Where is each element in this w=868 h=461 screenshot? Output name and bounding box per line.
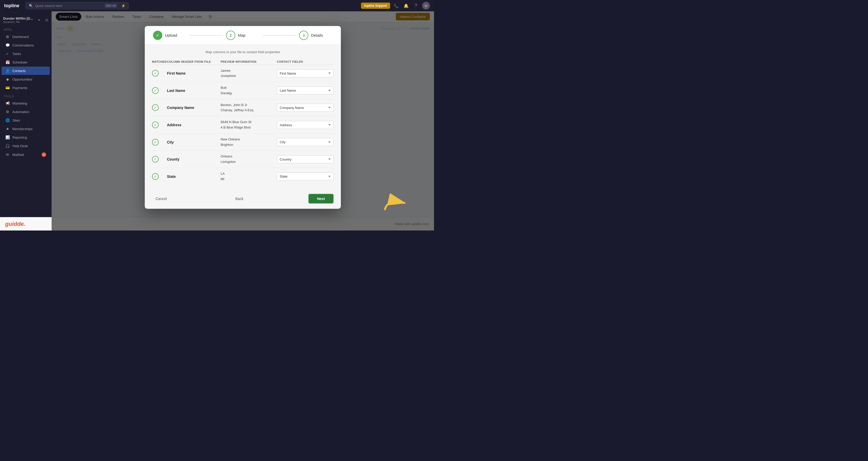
sidebar-item-conversations[interactable]: 💬 Conversations — [2, 41, 50, 49]
step-2-label: Map — [238, 33, 245, 37]
col-header-fields: CONTACT FIELDS — [277, 60, 334, 63]
search-bar[interactable]: 🔍 Quick search here Ctrl + K ⚡ — [26, 2, 129, 9]
automation-icon: ⚙ — [5, 110, 10, 114]
sidebar-item-label: Marketing — [12, 101, 27, 105]
map-row-city: ✓ City New Orleans Brighton City — [152, 134, 334, 151]
lightning-icon: ⚡ — [121, 4, 125, 8]
col-preview-5: New Orleans Brighton — [221, 137, 275, 148]
sidebar-item-memberships[interactable]: ★ Memberships — [2, 125, 50, 133]
col-name-1: First Name — [167, 71, 219, 75]
step-2-circle: 2 — [226, 30, 235, 40]
field-select-6[interactable]: Country — [277, 155, 334, 163]
map-row-firstname: ✓ First Name James Josephine First Name — [152, 65, 334, 82]
sidebar: Dunder Mifflin [D... Scranton, PA ▾ ⊟ Ap… — [0, 11, 52, 230]
sidebar-item-label: Scheduler — [12, 60, 28, 64]
field-select-1[interactable]: First Name — [277, 69, 334, 78]
import-map-modal: ✓ Upload 2 Map 3 Details Map columns in … — [145, 26, 341, 209]
sidebar-item-dashboard[interactable]: ⊞ Dashboard — [2, 33, 50, 41]
avatar[interactable]: U — [422, 2, 430, 9]
cancel-button[interactable]: Cancel — [152, 194, 170, 203]
step-3-label: Details — [311, 33, 323, 37]
main-layout: Dunder Mifflin [D... Scranton, PA ▾ ⊟ Ap… — [0, 11, 434, 230]
conversations-icon: 💬 — [5, 43, 10, 47]
map-table-header: MATCHED COLUMN HEADER FROM FILE PREVIEW … — [152, 58, 334, 65]
contacts-icon: 👤 — [5, 69, 10, 73]
map-row-lastname: ✓ Last Name Butt Darakjy Last Name — [152, 82, 334, 99]
col-preview-3: Benton, John B Jr Chanay, Jeffrey A Esq — [221, 102, 275, 113]
mailfold-icon: ✉ — [5, 153, 10, 157]
sidebar-item-label: Dashboard — [12, 35, 29, 39]
sidebar-item-label: Automation — [12, 110, 29, 114]
topnav: topline 🔍 Quick search here Ctrl + K ⚡ t… — [0, 0, 434, 11]
topnav-actions: topline Support 📞 🔔 ? U — [361, 2, 430, 9]
dashboard-icon: ⊞ — [5, 35, 10, 39]
sidebar-item-label: Reporting — [12, 135, 27, 140]
col-preview-7: LA MI — [221, 171, 275, 182]
map-row-state: ✓ State LA MI State — [152, 168, 334, 185]
matched-check-5: ✓ — [152, 139, 159, 145]
bell-icon[interactable]: 🔔 — [403, 2, 410, 9]
col-header-preview: PREVIEW INFORMATION — [221, 60, 275, 63]
help-icon[interactable]: ? — [412, 2, 420, 9]
modal-footer: Cancel Back Next — [145, 190, 341, 209]
matched-check-1: ✓ — [152, 70, 159, 76]
field-select-4[interactable]: Address — [277, 121, 334, 129]
col-preview-1: James Josephine — [221, 68, 275, 79]
col-header-matched: MATCHED — [152, 60, 165, 63]
marketing-icon: 📢 — [5, 101, 10, 105]
next-button[interactable]: Next — [308, 193, 334, 204]
workspace-selector[interactable]: Dunder Mifflin [D... Scranton, PA ▾ ⊟ — [0, 14, 51, 26]
sidebar-item-tasks[interactable]: ✓ Tasks — [2, 50, 50, 58]
sidebar-item-label: Mailfold — [12, 153, 24, 157]
sidebar-item-label: Opportunities — [12, 78, 32, 81]
field-select-7[interactable]: State — [277, 173, 334, 180]
tools-section-label: Tools — [0, 92, 51, 99]
sidebar-item-opportunities[interactable]: ◆ Opportunities — [2, 75, 50, 83]
sidebar-item-label: Conversations — [12, 43, 34, 47]
support-button[interactable]: topline Support — [361, 3, 390, 9]
step-map: 2 Map — [226, 30, 259, 40]
step-1-circle: ✓ — [153, 30, 162, 40]
field-select-2[interactable]: Last Name — [277, 87, 334, 94]
workspace-sub: Scranton, PA — [3, 21, 33, 24]
field-select-5[interactable]: City — [277, 138, 334, 146]
sidebar-item-label: Tasks — [12, 52, 21, 56]
phone-icon[interactable]: 📞 — [393, 2, 400, 9]
app-logo: topline — [4, 3, 19, 8]
sidebar-item-scheduler[interactable]: 📅 Scheduler — [2, 58, 50, 66]
sidebar-item-helpdesk[interactable]: 🎧 Help Desk — [2, 142, 50, 150]
matched-check-4: ✓ — [152, 122, 159, 128]
opportunities-icon: ◆ — [5, 77, 10, 81]
back-button[interactable]: Back — [232, 194, 247, 203]
sidebar-item-marketing[interactable]: 📢 Marketing — [2, 99, 50, 107]
helpdesk-icon: 🎧 — [5, 144, 10, 148]
step-upload: ✓ Upload — [153, 30, 187, 40]
sidebar-item-reporting[interactable]: 📊 Reporting — [2, 133, 50, 142]
step-3-circle: 3 — [299, 30, 308, 40]
col-name-4: Address — [167, 123, 219, 127]
col-name-7: State — [167, 175, 219, 179]
col-name-5: City — [167, 140, 219, 144]
sidebar-item-mailfold[interactable]: ✉ Mailfold 11 — [2, 150, 50, 159]
sidebar-item-label: Help Desk — [12, 144, 28, 148]
col-preview-2: Butt Darakjy — [221, 85, 275, 96]
sidebar-item-payments[interactable]: 💳 Payments — [2, 84, 50, 92]
layout-icon[interactable]: ⊟ — [45, 18, 48, 22]
stepper: ✓ Upload 2 Map 3 Details — [145, 26, 341, 45]
field-select-3[interactable]: Company Name — [277, 104, 334, 112]
sidebar-item-automation[interactable]: ⚙ Automation — [2, 107, 50, 116]
scheduler-icon: 📅 — [5, 60, 10, 64]
sidebar-item-label: Sites — [12, 119, 20, 122]
map-row-company: ✓ Company Name Benton, John B Jr Chanay,… — [152, 99, 334, 116]
sidebar-item-sites[interactable]: 🌐 Sites — [2, 116, 50, 124]
col-name-6: County — [167, 157, 219, 161]
sidebar-item-contacts[interactable]: 👤 Contacts — [2, 67, 50, 75]
reporting-icon: 📊 — [5, 135, 10, 140]
search-shortcut: Ctrl + K — [104, 4, 117, 8]
step-1-label: Upload — [165, 33, 177, 37]
step-details: 3 Details — [299, 30, 333, 40]
modal-subtitle: Map columns in your file to contact fiel… — [152, 50, 334, 54]
sidebar-item-label: Contacts — [12, 69, 26, 73]
guidde-logo: guidde. — [5, 221, 25, 227]
workspace-name: Dunder Mifflin [D... — [3, 17, 33, 21]
